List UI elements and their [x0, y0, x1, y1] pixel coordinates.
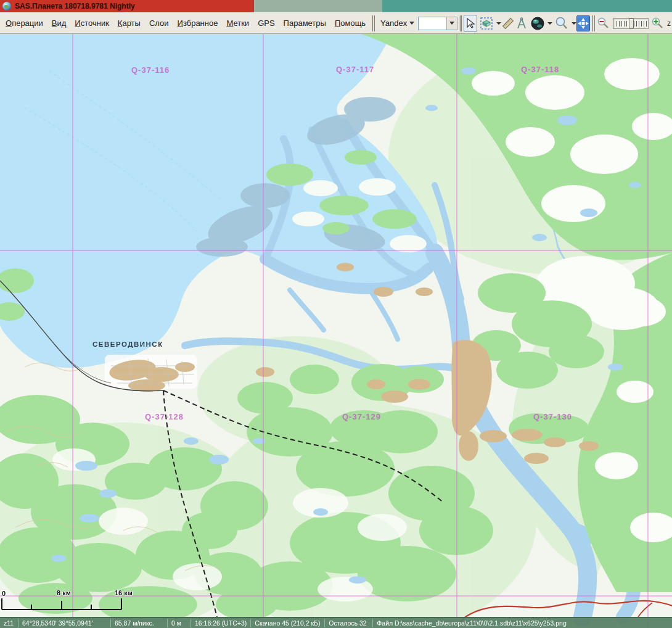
zoom-in-button[interactable] — [651, 15, 665, 32]
toolbar-separator — [459, 15, 462, 31]
menubar: ОперацииВидИсточникКартыСлоиИзбранноеМет… — [1, 13, 370, 33]
status-tile-file: Файл D:\sas\cache_db\europa\z11\0\0\2.1.… — [373, 619, 672, 627]
main-toolbar: ОперацииВидИсточникКартыСлоиИзбранноеМет… — [0, 12, 672, 34]
grid-label: Q-37-128 — [145, 412, 184, 421]
status-time: 16:18:26 (UTC+3) — [191, 619, 251, 627]
scale-label-end: 16 км — [115, 589, 133, 597]
sas-planet-window: SAS.Планета 180718.9781 Nightly Операции… — [0, 0, 672, 628]
zoom-out-magnifier-icon — [597, 17, 610, 30]
zoom-in-magnifier-icon — [651, 17, 665, 30]
menu-item-слои[interactable]: Слои — [145, 16, 173, 31]
globe-tool-button[interactable] — [528, 15, 552, 32]
toolbar-separator — [592, 15, 595, 31]
magnifier-tool-button[interactable] — [552, 15, 576, 32]
ruler-icon — [501, 17, 515, 30]
window-title: SAS.Планета 180718.9781 Nightly — [15, 2, 135, 10]
city-label-severodvinsk: СЕВЕРОДВИНСК — [92, 341, 163, 348]
truncated-zoom-label: z — [667, 19, 671, 28]
combobox-dropdown-button[interactable] — [446, 17, 457, 30]
app-globe-icon — [2, 2, 11, 10]
search-combobox[interactable] — [418, 17, 457, 30]
status-coordinates: 64°28,5340' 39°55,0941' — [18, 619, 111, 627]
ruler-tool-button[interactable] — [501, 15, 515, 32]
title-bar-segment-2 — [382, 0, 672, 12]
menu-item-карты[interactable]: Карты — [113, 16, 145, 31]
rect-selection-icon — [480, 17, 493, 30]
cursor-select-icon — [464, 17, 477, 30]
map-source-button[interactable]: Yandex — [377, 17, 418, 29]
chevron-down-icon — [572, 22, 576, 25]
map-image — [0, 34, 672, 628]
title-bar-active-segment[interactable]: SAS.Планета 180718.9781 Nightly — [0, 0, 254, 12]
fullscreen-button[interactable] — [576, 15, 590, 31]
scale-label-zero: 0 — [2, 590, 6, 597]
fullscreen-arrows-icon — [577, 17, 589, 30]
measuring-divider-icon — [515, 17, 528, 30]
chevron-down-icon — [547, 22, 552, 25]
grid-label: Q-37-130 — [533, 412, 572, 421]
map-source-label: Yandex — [380, 19, 407, 28]
grid-label: Q-37-129 — [342, 412, 381, 421]
grid-label: Q-37-117 — [336, 65, 374, 74]
toolbar-separator — [372, 15, 375, 31]
title-bar-segment — [254, 0, 382, 12]
zoom-out-button[interactable] — [597, 15, 610, 32]
menu-item-gps[interactable]: GPS — [253, 16, 279, 31]
status-resolution: 65,87 м/пикс. — [111, 619, 168, 627]
menu-item-метки[interactable]: Метки — [222, 16, 253, 31]
status-downloaded: Скачано 45 (210,2 кБ) — [251, 619, 325, 627]
chevron-down-icon — [496, 22, 501, 25]
selection-tool-button[interactable] — [477, 15, 501, 32]
chevron-down-icon — [409, 22, 414, 25]
menu-item-избранное[interactable]: Избранное — [173, 16, 223, 31]
status-elevation: 0 м — [168, 619, 191, 627]
menu-item-источник[interactable]: Источник — [70, 16, 113, 31]
scale-label-mid: 8 км — [57, 589, 71, 597]
title-bar: SAS.Планета 180718.9781 Nightly — [0, 0, 672, 12]
status-bar: z11 64°28,5340' 39°55,0941' 65,87 м/пикс… — [0, 617, 672, 628]
menu-item-параметры[interactable]: Параметры — [279, 16, 330, 31]
zoom-slider-thumb[interactable] — [629, 19, 634, 28]
menu-item-вид[interactable]: Вид — [47, 16, 71, 31]
zoom-slider[interactable] — [613, 18, 649, 29]
cursor-tool-button[interactable] — [464, 15, 477, 32]
dark-globe-icon — [530, 16, 545, 31]
status-zoom-level: z11 — [0, 619, 18, 627]
grid-label: Q-37-116 — [131, 65, 170, 75]
map-canvas[interactable]: Q-37-116 Q-37-117 Q-37-118 Q-37-128 Q-37… — [0, 34, 672, 628]
grid-label: Q-37-118 — [521, 65, 559, 74]
menu-item-операции[interactable]: Операции — [1, 16, 47, 31]
divider-tool-button[interactable] — [515, 15, 528, 32]
status-remaining: Осталось 32 — [325, 619, 373, 627]
magnifier-icon — [554, 16, 569, 31]
menu-item-помощь[interactable]: Помощь — [330, 16, 370, 31]
chevron-down-icon — [449, 22, 454, 25]
